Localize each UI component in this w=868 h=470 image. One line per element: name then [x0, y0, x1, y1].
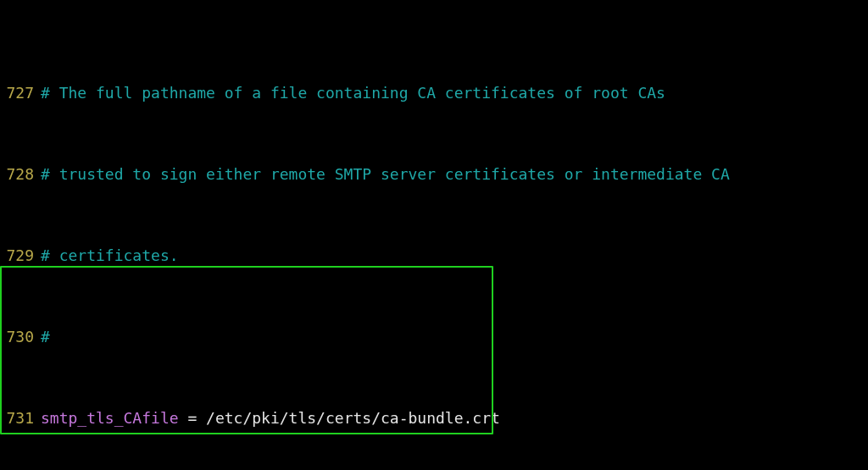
- comment-text: #: [41, 327, 50, 347]
- code-line: 730 #: [0, 327, 868, 347]
- line-number: 727: [0, 83, 34, 103]
- code-editor[interactable]: 727 # The full pathname of a file contai…: [0, 0, 868, 470]
- config-value: /etc/pki/tls/certs/ca-bundle.crt: [206, 408, 500, 429]
- code-line: 731 smtp_tls_CAfile = /etc/pki/tls/certs…: [0, 408, 868, 429]
- line-number: 728: [0, 164, 34, 185]
- line-number: 730: [0, 327, 34, 347]
- code-line: 729 # certificates.: [0, 246, 868, 266]
- code-line: 727 # The full pathname of a file contai…: [0, 83, 868, 103]
- line-number: 729: [0, 246, 34, 266]
- code-line: 728 # trusted to sign either remote SMTP…: [0, 164, 868, 185]
- equals-op: =: [179, 408, 207, 429]
- comment-text: # trusted to sign either remote SMTP ser…: [41, 164, 730, 185]
- comment-text: # The full pathname of a file containing…: [41, 83, 665, 103]
- line-number: 731: [0, 408, 34, 429]
- config-key: smtp_tls_CAfile: [41, 408, 179, 429]
- comment-text: # certificates.: [41, 246, 179, 266]
